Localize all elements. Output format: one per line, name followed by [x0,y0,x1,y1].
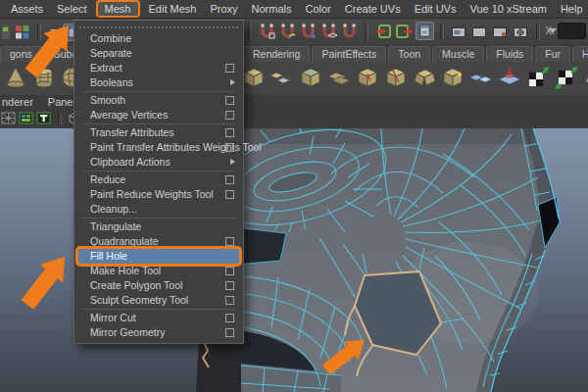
poly-cube-arrow-icon[interactable] [355,65,381,91]
poly-barrel-icon[interactable] [31,65,58,91]
construction-history-button[interactable] [416,22,434,40]
separator [248,23,252,40]
option-box-icon[interactable] [225,143,234,152]
poly-cone-icon[interactable] [3,65,29,91]
input-connection-icon[interactable] [374,23,393,40]
ipr-render-icon[interactable] [491,23,510,40]
option-box-icon[interactable] [225,296,234,305]
menu-item-booleans[interactable]: Booleans [74,75,243,90]
render-current-frame-icon[interactable] [470,23,489,40]
poly-cube-split-icon[interactable] [383,65,410,91]
snap-curve-icon[interactable] [278,22,297,40]
menu-item-reduce[interactable]: Reduce [74,172,243,187]
option-box-icon[interactable] [225,190,234,199]
tab-rendering[interactable]: Rendering [243,46,310,62]
menu-item-extract[interactable]: Extract [74,61,243,75]
checker-flag-3-icon[interactable] [582,65,588,91]
option-box-icon[interactable] [225,328,234,337]
menu-item-paint-reduce-weights-tool[interactable]: Paint Reduce Weights Tool [74,187,243,202]
tab-polygons-partial[interactable]: gons [0,46,42,62]
textured-icon[interactable] [36,112,52,125]
option-box-icon[interactable] [225,128,234,137]
snap-magnet-icon[interactable] [340,22,359,40]
menu-edit-mesh[interactable]: Edit Mesh [142,2,204,16]
separator [440,23,444,40]
snap-point-icon[interactable] [299,22,318,40]
four-view-icon[interactable] [14,24,31,41]
tab-painteffects[interactable]: PaintEffects [312,46,386,62]
menu-normals[interactable]: Normals [245,2,299,16]
menu-item-paint-transfer-attributes-weights-tool[interactable]: Paint Transfer Attributes Weights Tool [74,140,243,155]
menu-item-sculpt-geometry-tool[interactable]: Sculpt Geometry Tool [74,293,243,308]
menu-select[interactable]: Select [50,2,94,16]
option-box-icon[interactable] [225,175,234,184]
checker-flag-1-icon[interactable] [525,65,552,91]
tab-muscle[interactable]: Muscle [432,46,484,62]
menu-edit-uvs[interactable]: Edit UVs [408,2,464,16]
menu-item-label: Triangulate [90,220,141,232]
snap-grid-icon[interactable] [258,22,276,40]
snap-and-render-icons [244,22,578,40]
render-settings-icon[interactable] [512,23,530,40]
menu-item-label: Combine [90,32,131,44]
output-connection-icon[interactable] [395,23,414,40]
poly-pair-icon[interactable] [270,65,296,91]
snap-plane-icon[interactable] [319,22,338,40]
option-box-icon[interactable] [225,96,234,105]
menu-vue-xstream[interactable]: Vue 10 xStream [463,2,553,16]
render-view-icon[interactable] [450,23,468,40]
poly-planes-icon[interactable] [326,65,353,91]
option-box-icon[interactable] [225,237,234,246]
menu-assets[interactable]: Assets [4,2,50,16]
wireframe-icon[interactable] [1,112,17,125]
option-box-icon[interactable] [225,314,234,322]
checker-flag-2-icon[interactable] [554,65,580,91]
menu-proxy[interactable]: Proxy [203,2,244,16]
layout-dropdown-icon[interactable] [50,29,58,34]
menu-item-label: Transfer Attributes [90,126,173,138]
menu-item-mirror-geometry[interactable]: Mirror Geometry [74,325,243,340]
tearoff-handle[interactable] [79,23,238,28]
menu-item-fill-hole[interactable]: Fill Hole [78,249,239,264]
menu-item-mirror-cut[interactable]: Mirror Cut [74,311,243,325]
tab-hair[interactable]: Hair [572,46,588,62]
shaded-icon[interactable] [19,112,34,125]
x-coordinate-input[interactable] [558,23,586,39]
menu-create-uvs[interactable]: Create UVs [338,2,408,16]
menu-item-transfer-attributes[interactable]: Transfer Attributes [74,125,243,140]
poly-plane-pointer-icon[interactable] [497,65,523,91]
menu-item-cleanup[interactable]: Cleanup... [74,202,243,217]
tab-fur[interactable]: Fur [535,46,570,62]
menu-item-label: Sculpt Geometry Tool [90,294,188,306]
menu-item-triangulate[interactable]: Triangulate [74,220,243,234]
tab-fluids[interactable]: Fluids [486,46,533,62]
menu-item-separate[interactable]: Separate [74,46,243,61]
poly-cube-icon[interactable] [241,65,268,91]
menu-item-label: Average Vertices [90,109,168,121]
option-box-icon[interactable] [225,281,234,290]
menu-item-smooth[interactable]: Smooth [74,93,243,108]
submenu-arrow-icon [230,159,235,165]
menu-mesh[interactable]: Mesh [98,2,138,16]
menu-color[interactable]: Color [299,2,338,16]
menu-item-label: Make Hole Tool [90,265,161,276]
clipped-icon [2,24,12,41]
menu-help[interactable]: Help [554,2,588,16]
option-box-icon[interactable] [225,111,234,120]
menu-item-create-polygon-tool[interactable]: Create Polygon Tool [74,278,243,293]
panel-menu-renderer-partial[interactable]: nderer [2,96,33,108]
menu-item-label: Quadrangulate [90,235,158,247]
menu-item-label: Paint Reduce Weights Tool [90,188,214,200]
poly-fold-icon[interactable] [412,65,438,91]
option-box-icon[interactable] [225,64,234,73]
menu-item-quadrangulate[interactable]: Quadrangulate [74,234,243,249]
option-box-icon[interactable] [225,267,234,275]
poly-quads-blue-icon[interactable] [468,65,495,91]
tab-toon[interactable]: Toon [388,46,430,62]
menu-item-average-vertices[interactable]: Average Vertices [74,108,243,122]
menu-item-make-hole-tool[interactable]: Make Hole Tool [74,264,243,278]
menu-item-combine[interactable]: Combine [74,31,243,46]
poly-cube-dot-icon[interactable] [440,65,466,91]
menu-item-clipboard-actions[interactable]: Clipboard Actions [74,155,243,170]
poly-cube-blue-icon[interactable] [298,65,324,91]
